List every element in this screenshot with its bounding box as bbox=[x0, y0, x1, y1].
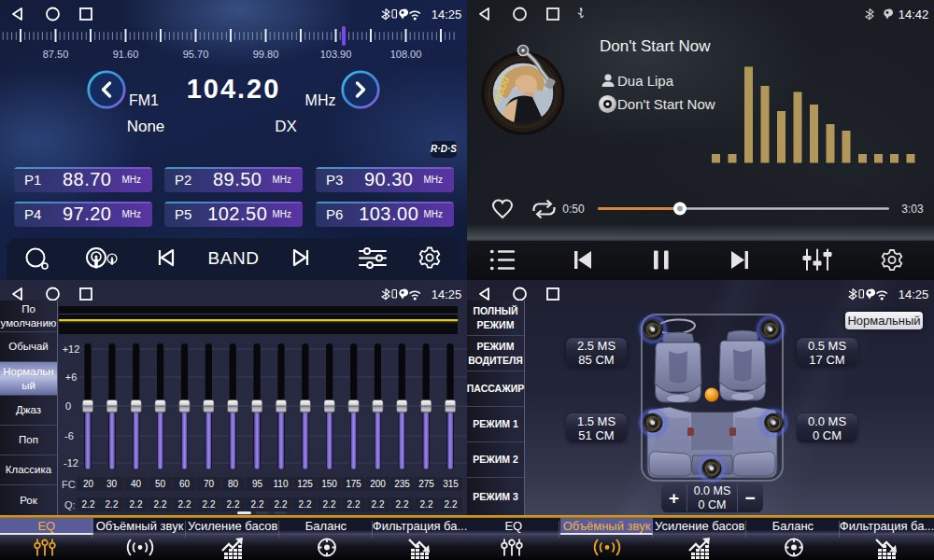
svg-text:14:25: 14:25 bbox=[432, 7, 462, 21]
svg-text:+12: +12 bbox=[63, 343, 80, 355]
svg-text:14:25: 14:25 bbox=[432, 287, 462, 301]
svg-text:95.70: 95.70 bbox=[183, 49, 209, 60]
svg-text:87.50: 87.50 bbox=[43, 49, 69, 60]
svg-text:99.80: 99.80 bbox=[253, 49, 279, 60]
svg-text:14:25: 14:25 bbox=[899, 287, 929, 301]
svg-text:108.00: 108.00 bbox=[390, 49, 422, 60]
svg-text:BAND: BAND bbox=[208, 248, 260, 268]
svg-text:-12: -12 bbox=[64, 457, 78, 469]
svg-text:91.60: 91.60 bbox=[113, 49, 139, 60]
svg-text:0:50: 0:50 bbox=[562, 203, 585, 216]
svg-text:+6: +6 bbox=[65, 371, 78, 383]
svg-text:-6: -6 bbox=[64, 430, 74, 441]
svg-text:3:03: 3:03 bbox=[901, 203, 924, 216]
svg-text:0: 0 bbox=[65, 400, 71, 412]
svg-text:103.90: 103.90 bbox=[320, 49, 352, 60]
svg-text:14:42: 14:42 bbox=[899, 7, 929, 21]
